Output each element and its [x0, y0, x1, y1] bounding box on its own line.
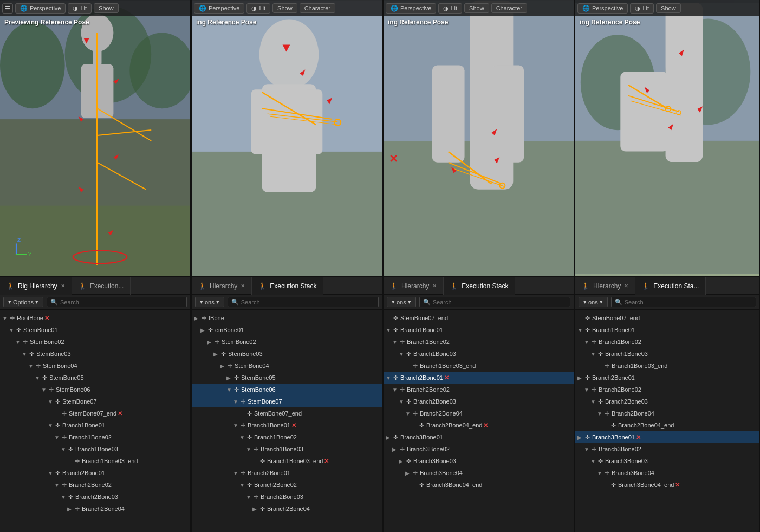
tree-item[interactable]: ▶✛StemBone03 [192, 348, 382, 360]
search-container-1[interactable]: 🔍 [47, 297, 187, 307]
tree-item[interactable]: ▶✛Branch3Bone02 [384, 443, 574, 455]
character-btn-3[interactable]: Character [491, 3, 527, 13]
tree-item[interactable]: ▼✛Branch2Bone04 [384, 407, 574, 419]
perspective-btn-4[interactable]: 🌐 Perspective [577, 3, 628, 14]
tab-close-1[interactable]: ✕ [61, 283, 65, 289]
viewport-1[interactable]: Z Y ☰ 🌐 Perspective ◑ Lit Show [0, 0, 190, 276]
tree-item[interactable]: ▼✛Branch1Bone03 [0, 443, 190, 455]
perspective-btn-2[interactable]: 🌐 Perspective [194, 3, 244, 14]
tree-item[interactable]: ▼✛Branch2Bone01 [0, 467, 190, 479]
tree-item[interactable]: ▼✛Branch2Bone02 [384, 384, 574, 395]
tab-execution-1[interactable]: 🚶 Execution... [72, 277, 131, 295]
expand-arrow[interactable]: ▶ [386, 434, 393, 440]
tree-1[interactable]: ▼✛RootBone✕▼✛StemBone01▼✛StemBone02▼✛Ste… [0, 310, 190, 532]
tree-item[interactable]: ▶✛Branch3Bone04 [384, 467, 574, 479]
expand-arrow[interactable]: ▼ [226, 387, 234, 393]
tree-item[interactable]: ▶✛Branch3Bone03 [384, 455, 574, 467]
expand-arrow[interactable]: ▼ [584, 339, 592, 345]
expand-arrow[interactable]: ▶ [200, 327, 208, 333]
expand-arrow[interactable]: ▼ [590, 351, 598, 357]
expand-arrow[interactable]: ▼ [386, 327, 393, 333]
lit-btn-3[interactable]: ◑ Lit [438, 3, 462, 14]
expand-arrow[interactable]: ▼ [61, 494, 68, 500]
tree-4[interactable]: ✛StemBone07_end▼✛Branch1Bone01▼✛Branch1B… [575, 310, 759, 532]
tab-close-2[interactable]: ✕ [241, 283, 245, 289]
expand-arrow[interactable]: ▼ [399, 399, 406, 405]
tree-item[interactable]: ▶✛Branch3Bone01✕ [575, 431, 759, 443]
tree-item[interactable]: ▼✛StemBone02 [0, 336, 190, 348]
search-input-1[interactable] [60, 299, 183, 306]
tab-exec-stack-3[interactable]: 🚶 Execution Stack [444, 277, 515, 295]
expand-arrow[interactable]: ▼ [246, 446, 254, 452]
tab-rig-hierarchy[interactable]: 🚶 Rig Hierarchy ✕ [0, 277, 72, 295]
tree-item[interactable]: ✛Branch3Bone04_end✕ [575, 479, 759, 491]
expand-arrow[interactable]: ▼ [392, 387, 400, 393]
expand-arrow[interactable]: ▼ [61, 446, 68, 452]
tree-3[interactable]: ✛StemBone07_end▼✛Branch1Bone01▼✛Branch1B… [384, 310, 574, 532]
expand-arrow[interactable]: ▼ [590, 399, 598, 405]
expand-arrow[interactable]: ▼ [2, 315, 10, 321]
tree-item[interactable]: ▼✛Branch2Bone01✕ [384, 372, 574, 384]
character-btn-2[interactable]: Character [300, 3, 335, 13]
tree-item[interactable]: ▶✛Branch2Bone04 [0, 503, 190, 515]
tree-item[interactable]: ▼✛Branch2Bone02 [0, 479, 190, 491]
tree-item[interactable]: ✛Branch1Bone03_end✕ [192, 455, 382, 467]
expand-arrow[interactable]: ▶ [399, 458, 406, 464]
search-input-2[interactable] [241, 299, 375, 306]
expand-arrow[interactable]: ▶ [213, 351, 221, 357]
expand-arrow[interactable]: ▼ [584, 387, 592, 393]
expand-arrow[interactable]: ▼ [15, 339, 23, 345]
tree-item[interactable]: ▶✛Branch3Bone01 [384, 431, 574, 443]
search-input-3[interactable] [433, 299, 567, 306]
expand-arrow[interactable]: ▶ [67, 506, 75, 512]
tree-item[interactable]: ▼✛StemBone01 [0, 324, 190, 336]
tree-item[interactable]: ✛Branch1Bone03_end [575, 360, 759, 372]
tree-item[interactable]: ▼✛Branch2Bone03 [575, 395, 759, 407]
tree-item[interactable]: ▼✛Branch1Bone03 [192, 443, 382, 455]
tree-item[interactable]: ▶✛emBone01 [192, 324, 382, 336]
tree-item[interactable]: ▼✛Branch1Bone02 [192, 431, 382, 443]
expand-arrow[interactable]: ▼ [48, 399, 55, 405]
tab-hierarchy-3[interactable]: 🚶 Hierarchy ✕ [384, 277, 444, 295]
expand-arrow[interactable]: ▶ [220, 363, 228, 369]
tree-item[interactable]: ▼✛StemBone04 [0, 360, 190, 372]
tree-item[interactable]: ▼✛Branch1Bone01 [384, 324, 574, 336]
tree-item[interactable]: ▶✛StemBone04 [192, 360, 382, 372]
tree-item[interactable]: ▼✛Branch2Bone02 [192, 479, 382, 491]
tree-item[interactable]: ▼✛Branch2Bone03 [384, 395, 574, 407]
viewport-3[interactable]: ✕ 🌐 Perspective ◑ Lit Show Chara [384, 0, 574, 276]
expand-arrow[interactable]: ▼ [41, 387, 49, 393]
expand-arrow[interactable]: ▼ [584, 446, 592, 452]
expand-arrow[interactable]: ▶ [577, 375, 585, 381]
expand-arrow[interactable]: ▼ [35, 375, 42, 381]
tree-item[interactable]: ▼✛Branch1Bone02 [0, 431, 190, 443]
tree-item[interactable]: ✛Branch3Bone04_end [384, 479, 574, 491]
tree-item[interactable]: ✛StemBone07_end✕ [0, 407, 190, 419]
tab-exec-stack-2[interactable]: 🚶 Execution Stack [252, 277, 323, 295]
expand-arrow[interactable]: ▼ [246, 494, 254, 500]
tree-item[interactable]: ▼✛Branch1Bone01 [575, 324, 759, 336]
options-btn-3[interactable]: ▾ ons ▾ [387, 297, 416, 307]
tree-item[interactable]: ▶✛Branch2Bone01 [575, 372, 759, 384]
tree-item[interactable]: ▼✛Branch1Bone01✕ [192, 419, 382, 431]
expand-arrow[interactable]: ▶ [226, 375, 234, 381]
expand-arrow[interactable]: ▼ [239, 434, 247, 440]
options-btn-2[interactable]: ▾ ons ▾ [195, 297, 224, 307]
tree-item[interactable]: ▼✛Branch3Bone02 [575, 443, 759, 455]
tab-close-3[interactable]: ✕ [432, 283, 437, 289]
search-container-4[interactable]: 🔍 [611, 297, 756, 307]
expand-arrow[interactable]: ▼ [386, 375, 393, 381]
tree-item[interactable]: ▼✛StemBone07 [192, 395, 382, 407]
tree-item[interactable]: ▼✛StemBone06 [0, 384, 190, 395]
tree-item[interactable]: ▼✛Branch2Bone01 [192, 467, 382, 479]
expand-arrow[interactable]: ▼ [577, 327, 585, 333]
options-btn-4[interactable]: ▾ ons ▾ [579, 297, 608, 307]
expand-arrow[interactable]: ▼ [54, 482, 62, 488]
tree-item[interactable]: ▼✛Branch1Bone01 [0, 419, 190, 431]
expand-arrow[interactable]: ▶ [194, 315, 202, 321]
tree-item[interactable]: ▼✛Branch2Bone03 [0, 491, 190, 503]
expand-arrow[interactable]: ▶ [405, 470, 413, 476]
perspective-btn-3[interactable]: 🌐 Perspective [386, 3, 436, 14]
show-btn-3[interactable]: Show [464, 3, 489, 13]
tree-item[interactable]: ▼✛Branch1Bone03 [384, 348, 574, 360]
